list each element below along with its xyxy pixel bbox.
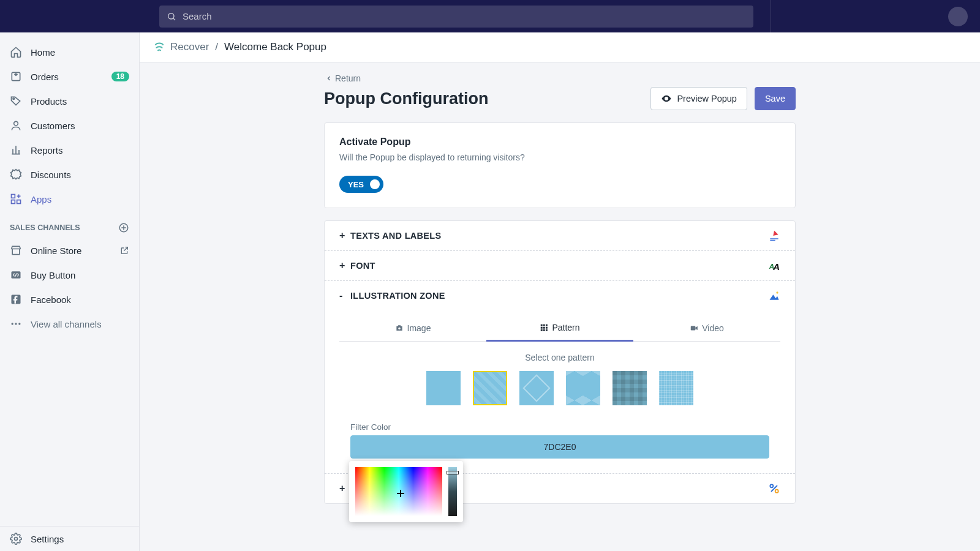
sidebar-item-label: Settings [31, 534, 64, 544]
sidebar-item-orders[interactable]: Orders 18 [0, 64, 139, 89]
topbar-divider [771, 0, 771, 32]
button-label: Preview Popup [677, 94, 737, 103]
svg-point-13 [18, 323, 20, 324]
activate-toggle[interactable]: YES [339, 176, 383, 193]
svg-line-32 [771, 485, 777, 492]
sidebar-item-customers[interactable]: Customers [0, 113, 139, 138]
home-icon [10, 46, 22, 58]
sidebar-item-label: Buy Button [31, 270, 75, 280]
percent-icon [768, 482, 780, 495]
svg-point-18 [776, 291, 778, 293]
tag-icon [10, 95, 22, 107]
svg-point-30 [770, 484, 773, 487]
sidebar-item-products[interactable]: Products [0, 89, 139, 113]
accordion-title: TEXTS AND LABELS [350, 231, 441, 241]
pattern-swatch-diamond[interactable] [519, 371, 554, 405]
return-link[interactable]: Return [325, 73, 361, 83]
svg-point-31 [775, 490, 778, 493]
svg-point-3 [13, 98, 15, 100]
sidebar-item-buy-button[interactable]: Buy Button [0, 263, 139, 287]
sidebar: Home Orders 18 Products Customers Report… [0, 32, 140, 551]
chart-icon [10, 144, 22, 156]
toggle-knob [370, 179, 380, 189]
breadcrumb-app[interactable]: Recover [170, 41, 209, 53]
camera-icon [395, 324, 404, 332]
tab-label: Image [407, 323, 431, 333]
sidebar-item-facebook[interactable]: Facebook [0, 287, 139, 312]
filter-color-field[interactable]: 7DC2E0 [350, 435, 769, 459]
toggle-label: YES [348, 180, 364, 189]
color-saturation-area[interactable] [355, 467, 442, 516]
config-card: + TEXTS AND LABELS + FONT AA - ILLU [324, 220, 796, 504]
sidebar-item-home[interactable]: Home [0, 40, 139, 64]
breadcrumb: Recover / Welcome Back Popup [140, 32, 980, 62]
sidebar-item-apps[interactable]: Apps [0, 187, 139, 211]
sidebar-item-label: Customers [31, 121, 75, 131]
pattern-hint: Select one pattern [339, 353, 780, 362]
tab-image[interactable]: Image [339, 315, 486, 341]
svg-rect-22 [546, 324, 548, 326]
font-icon: AA [768, 260, 780, 272]
sidebar-item-online-store[interactable]: Online Store [0, 238, 139, 263]
orders-icon [10, 70, 22, 83]
pattern-swatch-cube[interactable] [566, 371, 600, 405]
expand-icon: + [339, 230, 350, 241]
pattern-list [339, 371, 780, 405]
button-label: Save [765, 94, 785, 103]
svg-rect-24 [543, 327, 545, 329]
sidebar-item-view-all-channels[interactable]: View all channels [0, 312, 139, 336]
svg-point-19 [398, 328, 401, 330]
breadcrumb-separator: / [215, 41, 218, 53]
color-picker[interactable] [349, 461, 463, 522]
svg-text:A: A [772, 261, 780, 272]
external-link-icon[interactable] [119, 246, 129, 255]
return-label: Return [335, 73, 361, 83]
pattern-swatch-pixel[interactable] [612, 371, 647, 405]
code-icon [10, 269, 22, 281]
save-button[interactable]: Save [755, 87, 796, 110]
sidebar-item-settings[interactable]: Settings [0, 527, 139, 551]
svg-rect-5 [12, 195, 15, 198]
accordion-illustration-head[interactable]: - ILLUSTRATION ZONE [325, 281, 795, 310]
svg-rect-28 [546, 329, 548, 331]
sidebar-item-discounts[interactable]: Discounts [0, 162, 139, 187]
svg-point-12 [15, 323, 17, 324]
image-icon [768, 290, 780, 302]
pattern-swatch-solid[interactable] [426, 371, 461, 405]
gear-icon [10, 533, 22, 545]
activate-heading: Activate Popup [339, 137, 780, 148]
hue-handle[interactable] [447, 471, 459, 474]
facebook-icon [10, 293, 22, 305]
sidebar-item-label: Reports [31, 145, 63, 156]
svg-rect-25 [546, 327, 548, 329]
svg-rect-29 [691, 326, 696, 331]
accordion-texts[interactable]: + TEXTS AND LABELS [325, 221, 795, 251]
accordion-title: FONT [350, 261, 375, 271]
color-hue-slider[interactable] [448, 467, 457, 516]
sidebar-item-reports[interactable]: Reports [0, 138, 139, 162]
pattern-swatch-diagonal[interactable] [473, 371, 507, 405]
eye-icon [661, 93, 672, 104]
add-channel-icon[interactable] [118, 222, 129, 233]
svg-point-14 [15, 538, 18, 541]
sidebar-item-label: View all channels [31, 319, 102, 329]
svg-rect-27 [543, 329, 545, 331]
tab-pattern[interactable]: Pattern [486, 315, 633, 342]
page-title: Popup Configuration [324, 89, 488, 108]
accordion-font[interactable]: + FONT AA [325, 251, 795, 281]
sidebar-item-label: Apps [31, 194, 51, 204]
tab-video[interactable]: Video [633, 315, 780, 341]
svg-rect-6 [17, 200, 21, 204]
sidebar-item-label: Facebook [31, 294, 71, 305]
svg-point-11 [12, 323, 13, 324]
avatar[interactable] [948, 7, 968, 26]
discount-icon [10, 168, 22, 181]
svg-point-15 [666, 98, 668, 100]
pattern-swatch-weave[interactable] [659, 371, 693, 405]
search-input[interactable] [159, 6, 753, 28]
preview-popup-button[interactable]: Preview Popup [650, 87, 747, 110]
color-crosshair-icon[interactable] [397, 490, 404, 497]
dots-icon [10, 318, 22, 330]
collapse-icon: - [339, 290, 350, 301]
sidebar-item-label: Home [31, 47, 55, 58]
